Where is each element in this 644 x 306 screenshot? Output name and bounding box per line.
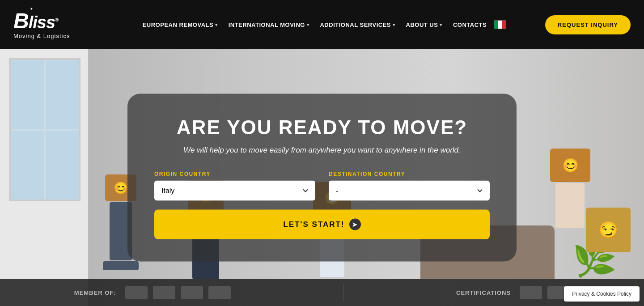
chevron-down-icon: ▾ [307, 22, 309, 27]
arrow-circle-icon: ➤ [349, 219, 361, 230]
request-inquiry-button[interactable]: REQUEST INQUIRY [545, 15, 631, 34]
certifications-label: CERTIFICATIONS [456, 289, 511, 296]
certifications-section: CERTIFICATIONS [456, 286, 570, 299]
destination-label: DESTINATION COUNTRY [329, 171, 490, 177]
logo-text: Bliss® ✦ [13, 10, 58, 32]
origin-group: ORIGIN COUNTRY Italy France Germany Spai… [154, 171, 315, 201]
logo[interactable]: Bliss® ✦ Moving & Logistics [13, 10, 89, 39]
nav-about-us[interactable]: ABOUT US ▾ [402, 19, 446, 31]
member-logo-3 [181, 286, 203, 299]
logo-tagline: Moving & Logistics [13, 33, 70, 39]
origin-country-select[interactable]: Italy France Germany Spain UK USA Other [154, 181, 315, 201]
privacy-text: Privacy & Cookies Policy [572, 291, 631, 297]
language-flag-icon[interactable] [494, 20, 506, 29]
hero-subtitle: We will help you to move easily from any… [154, 146, 490, 155]
window-panel [0, 49, 89, 306]
destination-country-select[interactable]: - Italy France Germany Spain UK USA Othe… [329, 181, 490, 201]
member-logo-2 [153, 286, 175, 299]
chevron-down-icon: ▾ [440, 22, 442, 27]
hero-card: ARE YOU READY TO MOVE? We will help you … [127, 94, 517, 262]
member-of-label: MEMBER OF: [74, 289, 116, 296]
member-logo-4 [208, 286, 231, 299]
lets-start-button[interactable]: LET'S START! ➤ [154, 210, 490, 239]
character-right: 😊 [550, 149, 590, 228]
window-pane [9, 58, 80, 201]
character-far-right: 😏 [586, 208, 631, 252]
navbar: Bliss® ✦ Moving & Logistics EUROPEAN REM… [0, 0, 644, 49]
nav-contacts[interactable]: CONTACTS [449, 19, 490, 31]
cert-logo-1 [520, 286, 542, 299]
chevron-down-icon: ▾ [393, 22, 395, 27]
member-logo-1 [125, 286, 148, 299]
destination-group: DESTINATION COUNTRY - Italy France Germa… [329, 171, 490, 201]
privacy-cookies-bar[interactable]: Privacy & Cookies Policy [564, 286, 640, 302]
nav-links: EUROPEAN REMOVALS ▾ INTERNATIONAL MOVING… [107, 19, 538, 31]
nav-additional-services[interactable]: ADDITIONAL SERVICES ▾ [316, 19, 398, 31]
location-form-row: ORIGIN COUNTRY Italy France Germany Spai… [154, 171, 490, 201]
nav-european-removals[interactable]: EUROPEAN REMOVALS ▾ [139, 19, 221, 31]
cert-logos [520, 286, 570, 299]
chevron-down-icon: ▾ [215, 22, 218, 27]
bottom-bar: MEMBER OF: CERTIFICATIONS [0, 279, 644, 306]
divider [343, 284, 343, 302]
member-of-section: MEMBER OF: [74, 286, 231, 299]
member-logos [125, 286, 231, 299]
origin-label: ORIGIN COUNTRY [154, 171, 315, 177]
nav-international-moving[interactable]: INTERNATIONAL MOVING ▾ [225, 19, 313, 31]
hero-title: ARE YOU READY TO MOVE? [154, 116, 490, 139]
hero-section: 🌿 😊 😄 😁 😊 😏 ARE YOU READY TO M [0, 49, 644, 306]
